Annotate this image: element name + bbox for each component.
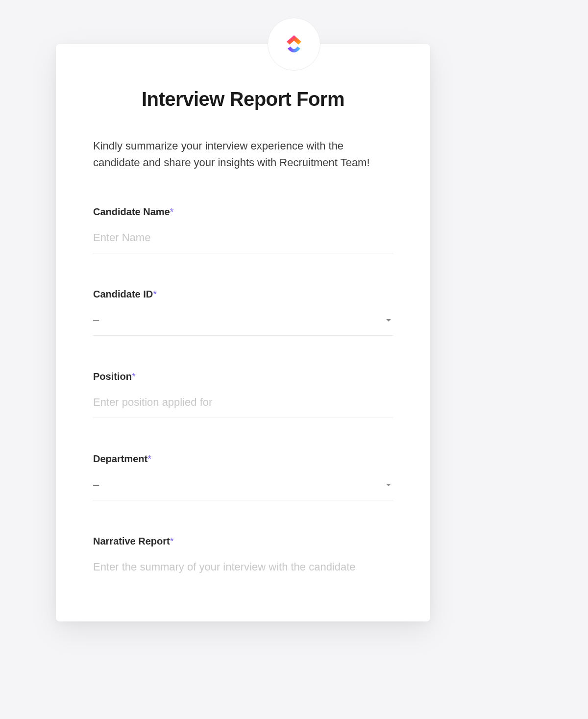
required-mark: *: [153, 289, 157, 299]
candidate-id-label: Candidate ID*: [93, 289, 393, 300]
required-mark: *: [170, 206, 174, 217]
label-text: Candidate Name: [93, 206, 170, 217]
candidate-id-dropdown[interactable]: –: [93, 312, 393, 336]
dropdown-selected-value: –: [93, 314, 99, 326]
department-dropdown[interactable]: –: [93, 476, 393, 500]
chevron-down-icon: [386, 484, 391, 486]
form-body: Kindly summarize your interview experien…: [56, 138, 430, 582]
label-text: Candidate ID: [93, 289, 153, 299]
candidate-name-input[interactable]: [93, 229, 393, 253]
label-text: Narrative Report: [93, 536, 170, 546]
department-label: Department*: [93, 453, 393, 465]
form-card: Interview Report Form Kindly summarize y…: [56, 44, 430, 621]
field-narrative-report: Narrative Report* Enter the summary of y…: [93, 536, 393, 582]
required-mark: *: [170, 536, 174, 546]
position-input[interactable]: [93, 394, 393, 418]
label-text: Position: [93, 371, 132, 382]
field-candidate-name: Candidate Name*: [93, 206, 393, 253]
required-mark: *: [147, 453, 151, 464]
form-description: Kindly summarize your interview experien…: [93, 138, 393, 171]
field-position: Position*: [93, 371, 393, 418]
label-text: Department: [93, 453, 147, 464]
position-label: Position*: [93, 371, 393, 382]
required-mark: *: [132, 371, 136, 382]
field-department: Department* –: [93, 453, 393, 500]
field-candidate-id: Candidate ID* –: [93, 289, 393, 336]
candidate-name-label: Candidate Name*: [93, 206, 393, 218]
dropdown-selected-value: –: [93, 478, 99, 491]
narrative-report-label: Narrative Report*: [93, 536, 393, 547]
chevron-down-icon: [386, 319, 391, 322]
clickup-logo-icon: [281, 31, 307, 57]
narrative-report-input[interactable]: Enter the summary of your interview with…: [93, 559, 393, 582]
form-title: Interview Report Form: [56, 88, 430, 110]
brand-logo-container: [268, 18, 320, 71]
